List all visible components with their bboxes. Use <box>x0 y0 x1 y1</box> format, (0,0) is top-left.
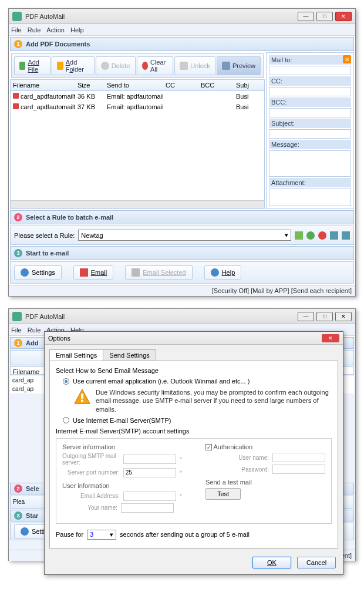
unlock-button[interactable]: Unlock <box>174 56 215 75</box>
user-info-label: User information <box>62 482 182 489</box>
col-bcc[interactable]: BCC <box>198 80 234 90</box>
dialog-close-button[interactable]: ✕ <box>322 334 339 342</box>
options-dialog: Options ✕ Email Settings Send Settings S… <box>44 331 343 575</box>
section-3-title: Start to e-mail <box>26 250 69 257</box>
bcc-field[interactable] <box>269 108 351 117</box>
settings-button[interactable]: Settings <box>14 265 62 280</box>
password-input[interactable] <box>272 465 325 474</box>
titlebar[interactable]: PDF AutoMail — □ ✕ <box>9 9 355 24</box>
subject-field[interactable] <box>269 129 351 139</box>
close-button[interactable]: ✕ <box>335 12 352 21</box>
test-button[interactable]: Test <box>205 488 241 500</box>
cancel-button[interactable]: Cancel <box>297 557 336 568</box>
rule-add-icon[interactable] <box>306 231 315 240</box>
tab-send-settings[interactable]: Send Settings <box>103 349 156 361</box>
menu-action[interactable]: Action <box>46 26 65 33</box>
rule-select[interactable]: Newtag ▾ <box>78 230 291 241</box>
step-3-badge: 3 <box>14 249 22 257</box>
delete-icon <box>101 62 109 70</box>
status-bar: [Security Off] [Mail by APP] [Send each … <box>9 285 355 296</box>
email-selected-button[interactable]: Email Selected <box>125 265 192 280</box>
section-select-rule: 2 Select a Rule to batch e-mail <box>10 210 354 224</box>
pause-pre-label: Pause for <box>56 531 83 538</box>
pause-post-label: seconds after sending out a group of 5 e… <box>120 531 250 538</box>
lock-icon <box>180 62 188 70</box>
rule-label: Please select a Rule: <box>14 232 75 239</box>
step-1-badge: 1 <box>14 40 22 48</box>
add-file-button[interactable]: Add File <box>14 56 50 75</box>
col-size[interactable]: Size <box>75 80 105 90</box>
menu-help[interactable]: Help <box>70 26 84 33</box>
h-scrollbar[interactable] <box>11 200 264 208</box>
radio-smtp-label: Use Internet E-mail Server(SMTP) <box>73 417 171 424</box>
radio-current-app[interactable] <box>63 378 69 385</box>
clear-icon <box>142 62 148 70</box>
your-name-input[interactable] <box>121 503 174 513</box>
table-row[interactable]: card_apdfautomailtest1 36 KB Email: apdf… <box>11 91 264 102</box>
plus-icon <box>19 62 25 70</box>
col-cc[interactable]: CC <box>163 80 198 90</box>
smtp-fieldset: Server information Outgoing SMTP mail se… <box>56 438 332 524</box>
delete-button[interactable]: Delete <box>96 56 136 75</box>
rule-row: Please select a Rule: Newtag ▾ <box>10 226 354 245</box>
smtp-server-input[interactable] <box>123 455 176 464</box>
titlebar[interactable]: PDF AutoMail — □ ✕ <box>9 309 355 324</box>
action-row: Settings Email Email Selected Help <box>10 261 354 284</box>
ok-button[interactable]: OK <box>252 557 291 568</box>
col-subj[interactable]: Subj <box>234 80 264 90</box>
password-label: Password: <box>241 466 269 473</box>
app-icon <box>12 12 22 21</box>
menu-rule[interactable]: Rule <box>28 327 41 334</box>
rule-export-icon[interactable] <box>342 231 350 240</box>
clear-all-button[interactable]: Clear All <box>137 56 174 75</box>
panel-close-icon[interactable]: ✕ <box>343 55 351 63</box>
preview-button[interactable]: Preview <box>217 56 261 75</box>
col-filename[interactable]: Filename <box>11 80 75 90</box>
port-input[interactable] <box>123 468 176 477</box>
maximize-button[interactable]: □ <box>316 312 333 321</box>
help-button[interactable]: Help <box>204 265 242 280</box>
message-field[interactable] <box>269 150 351 177</box>
menu-bar: File Rule Action Help <box>9 24 355 36</box>
add-folder-button[interactable]: Add Folder <box>52 56 94 75</box>
app-icon <box>12 312 22 321</box>
col-sendto[interactable]: Send to <box>105 80 163 90</box>
rule-edit-icon[interactable] <box>295 231 303 240</box>
preview-icon <box>222 62 230 70</box>
minimize-button[interactable]: — <box>298 312 314 321</box>
attachment-field[interactable] <box>269 189 351 206</box>
rule-delete-icon[interactable] <box>318 231 326 240</box>
step-1-badge: 1 <box>14 339 22 347</box>
tab-email-settings[interactable]: Email Settings <box>49 349 103 361</box>
port-label: Server port number: <box>68 469 120 476</box>
auth-checkbox[interactable] <box>205 444 212 450</box>
minimize-button[interactable]: — <box>298 12 314 21</box>
pause-select[interactable]: 3▾ <box>87 530 116 540</box>
folder-icon <box>57 62 63 70</box>
window-title: PDF AutoMail <box>25 13 298 20</box>
menu-file[interactable]: File <box>11 327 22 334</box>
menu-rule[interactable]: Rule <box>28 26 41 33</box>
close-button[interactable]: ✕ <box>335 312 352 321</box>
gear-icon <box>21 268 29 277</box>
username-input[interactable] <box>272 453 325 462</box>
dialog-titlebar[interactable]: Options ✕ <box>45 332 343 345</box>
mailto-label: Mail to: <box>269 55 351 65</box>
email-button[interactable]: Email <box>73 265 114 280</box>
menu-file[interactable]: File <box>11 26 22 33</box>
svg-rect-2 <box>81 400 83 402</box>
section-2-title: Select a Rule to batch e-mail <box>26 214 113 221</box>
help-icon <box>211 268 219 277</box>
maximize-button[interactable]: □ <box>316 12 333 21</box>
smtp-server-label: Outgoing SMTP mail server: <box>62 453 120 466</box>
rule-import-icon[interactable] <box>330 231 338 240</box>
cc-field[interactable] <box>269 87 351 96</box>
radio-smtp[interactable] <box>63 417 69 423</box>
file-list-header[interactable]: Filename Size Send to CC BCC Subj <box>11 80 264 91</box>
email-address-input[interactable] <box>123 492 176 501</box>
dialog-title: Options <box>48 335 70 342</box>
table-row[interactable]: card_apdfautomailtest2 37 KB Email: apdf… <box>11 102 264 112</box>
section-start-email: 3 Start to e-mail <box>10 246 354 260</box>
mailto-field[interactable] <box>269 66 351 75</box>
your-name-label: Your name: <box>87 504 117 511</box>
